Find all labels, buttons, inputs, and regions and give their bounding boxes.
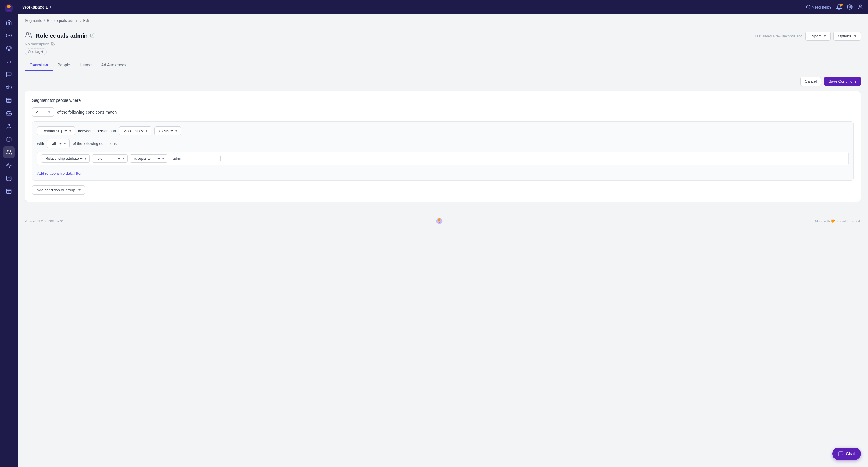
sidebar-item-layers[interactable] (3, 42, 15, 54)
svg-point-2 (8, 35, 10, 36)
all-inner-select-wrapper[interactable]: all any ▾ (47, 139, 70, 148)
options-button[interactable]: Options (833, 32, 861, 41)
sidebar-item-analytics[interactable] (3, 56, 15, 67)
exists-chevron-icon: ▾ (175, 129, 177, 133)
with-row: with all any ▾ of the following conditio… (37, 139, 848, 148)
segment-box: Segment for people where: All Any None ▾ (25, 91, 861, 202)
cancel-button[interactable]: Cancel (800, 77, 821, 86)
sidebar-item-activity[interactable] (3, 159, 15, 171)
rel-attr-chevron-icon: ▾ (85, 157, 87, 161)
is-equal-select-wrapper[interactable]: is equal to is not equal to contains ▾ (130, 154, 167, 163)
editor-container: Cancel Save Conditions Segment for peopl… (25, 71, 861, 208)
settings-icon[interactable] (847, 4, 852, 10)
exists-select[interactable]: exists (158, 128, 174, 133)
footer-logo (436, 218, 443, 225)
add-condition-button[interactable]: Add condition or group (32, 185, 85, 194)
svg-point-10 (7, 150, 9, 152)
app-logo[interactable] (4, 4, 13, 13)
last-saved-text: Last saved a few seconds ago (755, 34, 802, 38)
sidebar-item-reports[interactable] (3, 185, 15, 197)
svg-point-9 (8, 124, 10, 126)
page-title: Role equals admin (35, 32, 88, 39)
footer: Version 21.2.98+90152e91 Made with 🧡 aro… (18, 213, 868, 229)
options-chevron-icon (854, 35, 857, 37)
tab-people[interactable]: People (53, 60, 75, 71)
accounts-select-wrapper[interactable]: Accounts ▾ (119, 126, 151, 135)
sidebar-item-database[interactable] (3, 173, 15, 184)
sidebar (0, 0, 18, 467)
exists-select-wrapper[interactable]: exists ▾ (154, 126, 181, 135)
workspace-chevron-icon: ▾ (50, 5, 51, 9)
between-person-text: between a person and (78, 129, 116, 133)
tab-ad-audiences[interactable]: Ad Audiences (96, 60, 131, 71)
accounts-select[interactable]: Accounts (123, 128, 145, 133)
relationship-select-wrapper[interactable]: Relationship ▾ (37, 126, 75, 135)
all-inner-chevron-icon: ▾ (64, 142, 66, 146)
chat-button[interactable]: Chat (832, 447, 861, 460)
svg-marker-7 (6, 86, 9, 89)
export-button[interactable]: Export (805, 32, 831, 41)
sidebar-item-inbox[interactable] (3, 107, 15, 119)
title-edit-icon[interactable] (90, 33, 95, 39)
chat-icon (838, 451, 843, 456)
breadcrumb-segments[interactable]: Segments (25, 18, 42, 23)
topbar-right: Need help? (806, 4, 864, 10)
sidebar-item-segments[interactable] (3, 147, 15, 158)
conditions-match-text: of the following conditions match (57, 110, 117, 115)
svg-marker-3 (6, 46, 11, 49)
header-actions: Last saved a few seconds ago Export Opti… (755, 32, 861, 41)
save-conditions-button[interactable]: Save Conditions (824, 77, 861, 86)
admin-value-input[interactable] (170, 155, 221, 162)
role-dropdown[interactable]: role (95, 156, 121, 161)
version-text: Version 21.2.98+90152e91 (25, 219, 64, 223)
add-tag-button[interactable]: Add tag + (25, 49, 46, 55)
breadcrumb-role[interactable]: Role equals admin (46, 18, 79, 23)
is-equal-select[interactable]: is equal to is not equal to contains (133, 156, 161, 161)
breadcrumb-sep-2: / (80, 18, 82, 23)
following-conditions-text: of the following conditions (73, 142, 117, 146)
all-select[interactable]: All Any None (36, 110, 46, 114)
tab-usage[interactable]: Usage (75, 60, 96, 71)
sidebar-item-messages[interactable] (3, 68, 15, 80)
svg-point-1 (7, 5, 11, 8)
workspace-dropdown[interactable]: Workspace 1 ▾ (23, 5, 51, 9)
add-condition-chevron-icon (78, 189, 81, 191)
relationship-type-select[interactable]: Relationship (41, 128, 68, 133)
svg-point-16 (26, 32, 29, 35)
rel-attr-select-wrapper[interactable]: Relationship attribute ▾ (41, 154, 90, 163)
condition-header: All Any None ▾ of the following conditio… (32, 107, 854, 117)
sidebar-item-broadcast[interactable] (3, 82, 15, 93)
notifications-icon[interactable] (836, 4, 842, 10)
svg-point-11 (7, 176, 11, 178)
role-chevron-icon: ▾ (123, 157, 124, 161)
sidebar-item-contacts[interactable] (3, 120, 15, 132)
page-title-section: Role equals admin No description (25, 32, 95, 55)
footer-brand-icon (436, 218, 443, 225)
user-profile-icon[interactable] (857, 4, 863, 10)
all-inner-select[interactable]: all any (51, 141, 63, 146)
svg-rect-12 (7, 189, 11, 194)
page-description[interactable]: No description (25, 42, 95, 46)
sidebar-item-campaigns[interactable] (3, 94, 15, 106)
sidebar-item-home[interactable] (3, 17, 15, 28)
page-title-row: Role equals admin (25, 32, 95, 40)
filter-row: Relationship attribute ▾ role ▾ (37, 152, 848, 165)
sidebar-item-dashboard[interactable] (3, 30, 15, 41)
desc-edit-icon (51, 42, 55, 46)
help-link[interactable]: Need help? (806, 5, 832, 9)
tab-overview[interactable]: Overview (25, 60, 53, 71)
accounts-chevron-icon: ▾ (146, 129, 148, 133)
rel-attr-select[interactable]: Relationship attribute (44, 156, 84, 161)
breadcrumb-edit: Edit (83, 18, 89, 23)
role-dropdown-wrapper[interactable]: role ▾ (92, 154, 128, 163)
breadcrumb: Segments / Role equals admin / Edit (18, 14, 868, 27)
add-relationship-filter-link[interactable]: Add relationship data filter (37, 171, 82, 176)
breadcrumb-sep-1: / (44, 18, 45, 23)
sidebar-item-objects[interactable] (3, 133, 15, 145)
svg-point-15 (860, 5, 862, 7)
svg-point-14 (849, 6, 850, 8)
editor-toolbar: Cancel Save Conditions (25, 77, 861, 91)
all-select-wrapper[interactable]: All Any None ▾ (32, 107, 54, 117)
is-equal-chevron-icon: ▾ (162, 157, 164, 161)
svg-point-18 (438, 218, 441, 221)
